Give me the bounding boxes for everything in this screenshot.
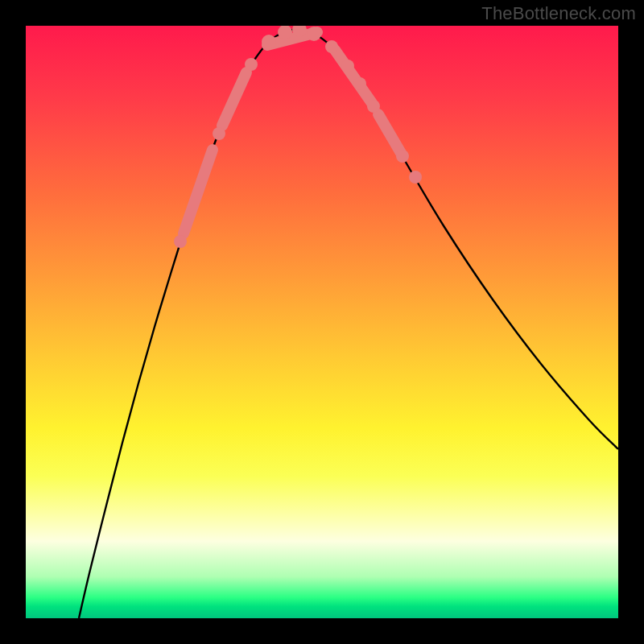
highlight-segment: [378, 114, 401, 153]
highlight-dot: [367, 100, 380, 113]
plot-area: [26, 26, 618, 618]
highlight-segment: [222, 72, 246, 126]
highlight-dot: [262, 35, 276, 49]
highlight-dot: [174, 235, 187, 248]
highlight-segment: [335, 50, 372, 103]
highlight-dot: [245, 58, 258, 71]
highlight-segment: [184, 150, 213, 233]
chart-stage: TheBottleneck.com: [0, 0, 644, 644]
highlight-dot: [353, 77, 366, 90]
highlight-dot: [409, 171, 422, 184]
highlight-dots: [174, 26, 422, 248]
bottleneck-curve: [79, 30, 618, 618]
curve-svg: [26, 26, 618, 618]
highlight-dot: [396, 150, 409, 163]
highlight-dot: [325, 40, 338, 53]
highlight-dot: [307, 27, 321, 41]
highlight-dot: [213, 127, 225, 140]
highlight-dot: [341, 60, 354, 72]
watermark-text: TheBottleneck.com: [481, 3, 636, 24]
